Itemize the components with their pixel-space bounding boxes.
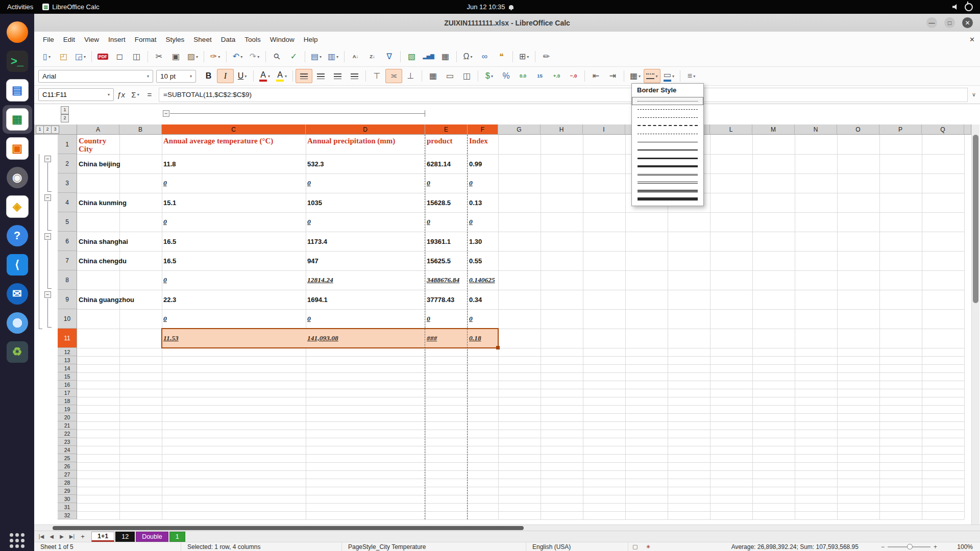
column-header-M[interactable]: M xyxy=(752,124,795,135)
column-header-A[interactable]: A xyxy=(77,124,119,135)
menu-tools[interactable]: Tools xyxy=(240,34,265,45)
cell-D8[interactable]: 12814.24 xyxy=(307,270,424,290)
menu-view[interactable]: View xyxy=(80,34,104,45)
redo-button[interactable]: ↷▾ xyxy=(246,49,263,64)
border-style-option-hairline-dashed[interactable] xyxy=(632,97,703,105)
cell-D9[interactable]: 1694.1 xyxy=(307,290,424,309)
clone-formatting-button[interactable]: ✑▾ xyxy=(207,49,224,64)
row-header-24[interactable]: 24 xyxy=(58,446,77,454)
add-sheet-button[interactable]: + xyxy=(77,533,88,540)
border-style-option-dashed[interactable] xyxy=(632,113,703,121)
justified-button[interactable] xyxy=(346,69,363,83)
sheet-tab-1[interactable]: 1 xyxy=(169,532,185,542)
unmerge-cells-button[interactable]: ◫ xyxy=(458,69,475,83)
border-style-option-hairline[interactable] xyxy=(632,138,703,146)
row-header-25[interactable]: 25 xyxy=(58,454,77,462)
conditional-formatting-button[interactable]: ≡▾ xyxy=(683,69,700,83)
selection-mode-icon[interactable]: ▢ xyxy=(632,543,638,550)
zoom-slider-thumb[interactable] xyxy=(907,544,913,549)
cell-E4[interactable]: 15628.5 xyxy=(427,193,466,212)
format-as-date-button[interactable]: 15 xyxy=(531,69,548,83)
border-color-button[interactable]: ▭▾ xyxy=(660,69,677,83)
cell-C7[interactable]: 16.5 xyxy=(163,251,304,270)
dock-item-libreoffice-draw[interactable]: ◈ xyxy=(3,192,32,221)
row-header-18[interactable]: 18 xyxy=(58,397,77,405)
row-header-5[interactable]: 5 xyxy=(58,212,77,232)
column-outline-level-1[interactable]: 1 xyxy=(61,106,69,114)
row-header-30[interactable]: 30 xyxy=(58,495,77,503)
dock-item-libreoffice-calc[interactable]: ▦ xyxy=(3,105,32,134)
underline-button[interactable]: U▾ xyxy=(234,69,251,83)
autofilter-button[interactable]: ∇ xyxy=(381,49,398,64)
cell-C4[interactable]: 15.1 xyxy=(163,193,304,212)
zoom-out-button[interactable]: − xyxy=(881,543,885,550)
clock-button[interactable]: Jun 12 10:35 xyxy=(467,3,513,11)
sheet-tab-double[interactable]: Double xyxy=(136,532,168,542)
column-header-Q[interactable]: Q xyxy=(922,124,964,135)
sort-ascending-button[interactable]: A↓ xyxy=(347,49,364,64)
cell-F9[interactable]: 0.34 xyxy=(469,290,497,309)
menu-edit[interactable]: Edit xyxy=(59,34,80,45)
border-style-option-fine-dashed[interactable] xyxy=(632,105,703,113)
dock-item-libreoffice-writer[interactable]: ▤ xyxy=(3,76,32,105)
row-group-collapse-button[interactable]: − xyxy=(44,291,51,298)
close-window-button[interactable]: ✕ xyxy=(962,17,973,28)
delete-decimal-place-button[interactable]: −.0 xyxy=(565,69,582,83)
menu-sheet[interactable]: Sheet xyxy=(189,34,216,45)
border-style-option-double-hairline[interactable] xyxy=(632,170,703,179)
border-style-option-double-medium[interactable] xyxy=(632,187,703,195)
column-header-I[interactable]: I xyxy=(583,124,625,135)
freeze-rows-and-columns-button[interactable]: ⊞▾ xyxy=(516,49,532,64)
cell-D2[interactable]: 532.3 xyxy=(307,154,424,173)
border-style-option-dash-dot[interactable] xyxy=(632,130,703,138)
previous-sheet-button[interactable]: ◀ xyxy=(46,534,57,539)
dock-item-firefox[interactable] xyxy=(3,18,32,46)
undo-button[interactable]: ↶▾ xyxy=(229,49,246,64)
formula-button[interactable]: = xyxy=(142,88,157,102)
selection-statistics[interactable]: Average: 26,898,392.24; Sum: 107,593,568… xyxy=(655,542,876,551)
window-titlebar[interactable]: ZUIXIN1111111.xlsx - LibreOffice Calc — … xyxy=(34,14,980,32)
row-header-20[interactable]: 20 xyxy=(58,413,77,421)
selection-fill-handle[interactable] xyxy=(496,346,500,349)
row-outline-level-2[interactable]: 2 xyxy=(43,126,52,134)
show-draw-functions-button[interactable]: ✏ xyxy=(538,49,555,64)
dock-item-chromium[interactable] xyxy=(3,309,32,337)
select-function-button[interactable]: Σ▾ xyxy=(128,88,142,102)
cell-D5[interactable]: 0 xyxy=(307,212,424,232)
insert-hyperlink-button[interactable]: ∞ xyxy=(476,49,493,64)
row-header-6[interactable]: 6 xyxy=(58,232,77,251)
font-color-button[interactable]: A▾ xyxy=(256,69,273,83)
dock-item-thunderbird[interactable]: ✉ xyxy=(3,280,32,308)
last-sheet-button[interactable]: ▶| xyxy=(67,534,77,539)
row-header-27[interactable]: 27 xyxy=(58,470,77,479)
spelling-button[interactable]: ✓ xyxy=(285,49,302,64)
insert-chart-button[interactable]: ▂▅▇ xyxy=(420,49,437,64)
cell-A4[interactable]: China kunming xyxy=(79,193,118,212)
open-file-button[interactable]: ◰ xyxy=(55,49,72,64)
column-group-collapse-button[interactable]: − xyxy=(163,110,169,117)
insert-row-button[interactable]: ▤▾ xyxy=(308,49,325,64)
show-applications-button[interactable] xyxy=(0,533,34,548)
row-header-3[interactable]: 3 xyxy=(58,173,77,193)
merge-cells-button[interactable]: ▭ xyxy=(442,69,458,83)
paste-button[interactable]: ▨▾ xyxy=(184,49,201,64)
cell-E9[interactable]: 37778.43 xyxy=(427,290,466,309)
cell-F3[interactable]: 0 xyxy=(469,173,497,193)
insert-pivot-table-button[interactable]: ▦ xyxy=(437,49,454,64)
insert-column-button[interactable]: ▥▾ xyxy=(325,49,341,64)
column-header-D[interactable]: D xyxy=(306,124,425,135)
row-header-9[interactable]: 9 xyxy=(58,290,77,309)
row-header-12[interactable]: 12 xyxy=(58,348,77,356)
activities-button[interactable]: Activities xyxy=(7,3,33,11)
format-as-number-button[interactable]: 0.0 xyxy=(514,69,531,83)
row-header-14[interactable]: 14 xyxy=(58,364,77,372)
selection-count-indicator[interactable]: Selected: 1 row, 4 columns xyxy=(181,542,342,551)
cell-E6[interactable]: 19361.1 xyxy=(427,232,466,251)
row-header-13[interactable]: 13 xyxy=(58,356,77,364)
column-header-E[interactable]: E xyxy=(425,124,468,135)
cell-A6[interactable]: China shanghai xyxy=(79,232,118,251)
cell-C1[interactable]: Annual average temperature (°C) xyxy=(163,135,304,156)
insert-special-character-button[interactable]: Ω▾ xyxy=(459,49,476,64)
row-header-11[interactable]: 11 xyxy=(58,329,77,348)
menu-data[interactable]: Data xyxy=(216,34,240,45)
